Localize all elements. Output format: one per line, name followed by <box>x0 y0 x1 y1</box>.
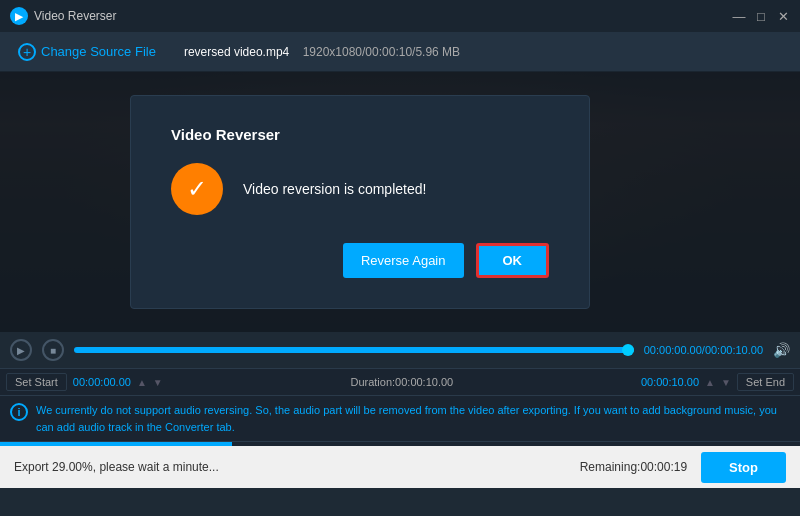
checkmark-icon: ✓ <box>187 175 207 203</box>
status-bar: Export 29.00%, please wait a minute... R… <box>0 446 800 488</box>
duration-display: Duration:00:00:10.00 <box>169 376 635 388</box>
scrubber-thumb <box>622 344 634 356</box>
down-arrow-start[interactable]: ▼ <box>153 377 163 388</box>
file-name: reversed video.mp4 <box>184 45 289 59</box>
stop-button[interactable]: Stop <box>701 452 786 483</box>
completion-dialog: Video Reverser ✓ Video reversion is comp… <box>130 95 590 309</box>
scrubber[interactable] <box>74 344 634 356</box>
export-status-text: Export 29.00%, please wait a minute... <box>14 460 580 474</box>
dialog-title: Video Reverser <box>171 126 549 143</box>
add-icon: + <box>18 43 36 61</box>
ok-button[interactable]: OK <box>476 243 550 278</box>
reverse-again-button[interactable]: Reverse Again <box>343 243 464 278</box>
timeline-area: ▶ ■ 00:00:00.00/00:00:10.00 🔊 <box>0 332 800 368</box>
volume-icon[interactable]: 🔊 <box>773 342 790 358</box>
change-source-button[interactable]: + Change Source File <box>10 39 164 65</box>
up-arrow-end[interactable]: ▲ <box>705 377 715 388</box>
dialog-overlay: Video Reverser ✓ Video reversion is comp… <box>0 72 800 332</box>
info-bar: i We currently do not support audio reve… <box>0 396 800 442</box>
info-text: We currently do not support audio revers… <box>36 402 790 435</box>
close-button[interactable]: ✕ <box>776 9 790 23</box>
title-bar: ▶ Video Reverser — □ ✕ <box>0 0 800 32</box>
info-icon: i <box>10 403 28 421</box>
time-display: 00:00:00.00/00:00:10.00 <box>644 344 763 356</box>
app-icon: ▶ <box>10 7 28 25</box>
remaining-time-text: Remaining:00:00:19 <box>580 460 687 474</box>
stop-circle-button[interactable]: ■ <box>42 339 64 361</box>
scrubber-track <box>74 347 634 353</box>
controls-row: Set Start 00:00:00.00 ▲ ▼ Duration:00:00… <box>0 368 800 396</box>
set-start-button[interactable]: Set Start <box>6 373 67 391</box>
dialog-actions: Reverse Again OK <box>171 243 549 278</box>
down-arrow-end[interactable]: ▼ <box>721 377 731 388</box>
file-info: reversed video.mp4 1920x1080/00:00:10/5.… <box>184 45 460 59</box>
success-circle: ✓ <box>171 163 223 215</box>
dialog-content: ✓ Video reversion is completed! <box>171 163 549 215</box>
video-area: Video Reverser ✓ Video reversion is comp… <box>0 72 800 332</box>
minimize-button[interactable]: — <box>732 9 746 23</box>
up-arrow-start[interactable]: ▲ <box>137 377 147 388</box>
maximize-button[interactable]: □ <box>754 9 768 23</box>
app-title: Video Reverser <box>34 9 732 23</box>
toolbar: + Change Source File reversed video.mp4 … <box>0 32 800 72</box>
set-end-button[interactable]: Set End <box>737 373 794 391</box>
file-meta: 1920x1080/00:00:10/5.96 MB <box>303 45 460 59</box>
window-controls: — □ ✕ <box>732 9 790 23</box>
change-source-label: Change Source File <box>41 44 156 59</box>
dialog-message: Video reversion is completed! <box>243 181 426 197</box>
end-time-display: 00:00:10.00 <box>641 376 699 388</box>
start-time-display: 00:00:00.00 <box>73 376 131 388</box>
play-button[interactable]: ▶ <box>10 339 32 361</box>
